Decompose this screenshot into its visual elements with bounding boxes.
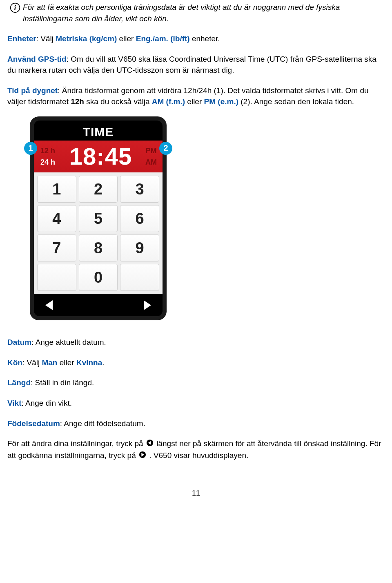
units-imperial: Eng./am. (lb/ft) — [136, 34, 190, 43]
units-paragraph: Enheter: Välj Metriska (kg/cm) eller Eng… — [7, 33, 385, 45]
units-sep: : — [36, 34, 41, 43]
opt-12h[interactable]: 12 h — [40, 145, 55, 156]
intro-row: i För att få exakta och personliga träni… — [7, 2, 385, 33]
tod-p3: (2). Ange sedan den lokala tiden. — [238, 97, 354, 106]
datum-text: : Ange aktuellt datum. — [31, 338, 106, 346]
vikt-paragraph: Vikt: Ange din vikt. — [7, 398, 385, 409]
info-icon-slot: i — [7, 2, 23, 13]
final-paragraph: För att ändra dina inställningar, tryck … — [7, 438, 385, 462]
key-9[interactable]: 9 — [120, 235, 159, 261]
key-3[interactable]: 3 — [120, 176, 159, 203]
opt-am[interactable]: AM — [145, 157, 157, 168]
time-row: 12 h 24 h 18:45 PM AM — [34, 141, 163, 172]
page-content: i För att få exakta och personliga träni… — [0, 2, 392, 498]
kon-or: eller — [57, 358, 76, 367]
device-outer-bezel: TIME 12 h 24 h 18:45 PM AM 1 2 — [30, 116, 167, 321]
final-p3: . V650 visar huvuddisplayen. — [149, 451, 248, 460]
play-circle-icon — [139, 450, 146, 462]
callout-2: 2 — [159, 142, 172, 155]
vikt-text: : Ange din vikt. — [22, 399, 72, 407]
tod-p2: ska du också välja — [84, 97, 152, 106]
opt-pm[interactable]: PM — [146, 145, 157, 156]
units-label: Enheter — [7, 34, 36, 43]
fodelse-label: Födelsedatum — [7, 419, 60, 428]
key-8[interactable]: 8 — [79, 235, 118, 261]
nav-prev-icon[interactable] — [45, 300, 53, 310]
tod-label: Tid på dygnet — [7, 86, 58, 95]
tod-pm: PM (e.m.) — [204, 97, 238, 106]
callout-1: 1 — [24, 142, 37, 155]
intro-text-span: För att få exakta och personliga träning… — [23, 3, 340, 23]
key-2[interactable]: 2 — [79, 176, 118, 203]
keypad: 1 2 3 4 5 6 7 8 9 0 — [34, 172, 163, 294]
key-6[interactable]: 6 — [120, 205, 159, 232]
tod-paragraph: Tid på dygnet: Ändra tidsformat genom at… — [7, 85, 385, 107]
nav-next-icon[interactable] — [144, 300, 151, 310]
device-illustration: 1 2 TIME 12 h 24 h 18:45 PM AM — [30, 116, 167, 321]
key-4[interactable]: 4 — [37, 205, 76, 232]
svg-text:i: i — [14, 4, 16, 12]
datum-paragraph: Datum: Ange aktuellt datum. — [7, 337, 385, 348]
key-0[interactable]: 0 — [79, 264, 118, 291]
langd-label: Längd — [7, 378, 31, 387]
units-text2: enheter. — [190, 34, 220, 43]
units-metric: Metriska (kg/cm) — [56, 34, 117, 43]
langd-text: : Ställ in din längd. — [31, 378, 94, 387]
intro-text: För att få exakta och personliga träning… — [23, 2, 385, 24]
clock-value: 18:45 — [62, 145, 140, 168]
tod-12h: 12h — [71, 97, 84, 106]
tod-am: AM (f.m.) — [152, 97, 185, 106]
kon-man: Man — [42, 358, 57, 367]
device-nav-row — [34, 294, 163, 316]
kon-t2: . — [102, 358, 104, 367]
fodelse-paragraph: Födelsedatum: Ange ditt födelsedatum. — [7, 418, 385, 429]
format-toggle[interactable]: 12 h 24 h — [34, 145, 62, 168]
back-arrow-circle-icon — [146, 438, 154, 450]
key-empty-left — [37, 264, 76, 291]
key-empty-right — [120, 264, 159, 291]
langd-paragraph: Längd: Ställ in din längd. — [7, 377, 385, 389]
key-7[interactable]: 7 — [37, 235, 76, 261]
tod-or: eller — [185, 97, 204, 106]
datum-label: Datum — [7, 338, 31, 346]
kon-sep: : — [22, 358, 27, 367]
fodelse-text: : Ange ditt födelsedatum. — [60, 419, 145, 428]
kon-label: Kön — [7, 358, 22, 367]
units-text1: Välj — [40, 34, 56, 43]
page-number: 11 — [7, 488, 385, 498]
kon-paragraph: Kön: Välj Man eller Kvinna. — [7, 357, 385, 369]
keypad-grid: 1 2 3 4 5 6 7 8 9 0 — [37, 176, 159, 291]
device-screen: TIME 12 h 24 h 18:45 PM AM 1 2 — [34, 121, 163, 317]
key-1[interactable]: 1 — [37, 176, 76, 203]
key-5[interactable]: 5 — [79, 205, 118, 232]
device-title: TIME — [34, 121, 163, 141]
vikt-label: Vikt — [7, 399, 22, 407]
opt-24h[interactable]: 24 h — [40, 157, 55, 168]
final-p1: För att ändra dina inställningar, tryck … — [7, 439, 145, 448]
gps-label: Använd GPS-tid — [7, 55, 67, 63]
gps-paragraph: Använd GPS-tid: Om du vill att V650 ska … — [7, 54, 385, 76]
units-or: eller — [117, 34, 136, 43]
kon-t1: Välj — [27, 358, 42, 367]
kon-kvinna: Kvinna — [76, 358, 102, 367]
info-icon: i — [10, 2, 20, 13]
